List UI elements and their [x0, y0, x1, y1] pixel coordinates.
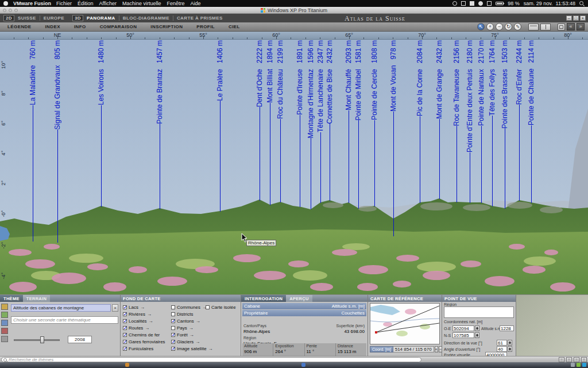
layer-style-arrow-icon[interactable] — [189, 332, 194, 338]
theme-map-icon[interactable] — [1, 304, 8, 310]
layer-checkbox[interactable] — [123, 347, 127, 351]
layer-style-arrow-icon[interactable] — [195, 339, 200, 344]
search-box[interactable] — [1, 357, 421, 362]
zoom-in-button[interactable] — [486, 23, 494, 30]
remove-theme-button[interactable] — [112, 304, 118, 312]
layer-checkbox[interactable] — [123, 305, 127, 309]
layer-checkbox[interactable] — [171, 340, 175, 344]
tab-bloc-diagramme[interactable]: BLOC-DIAGRAMME — [123, 16, 169, 21]
export-icon[interactable] — [566, 357, 572, 362]
spotlight-icon[interactable] — [579, 1, 585, 6]
fullscreen-button[interactable] — [558, 24, 565, 30]
tab-terrain[interactable]: TERRAIN — [23, 295, 50, 302]
system-tray[interactable] — [571, 363, 586, 367]
second-theme-placeholder[interactable]: Choisir une seconde carte thématique — [11, 316, 118, 324]
layer-checkbox[interactable] — [123, 319, 127, 323]
menu-item[interactable]: INSCRIPTION — [146, 24, 187, 29]
ns-input[interactable] — [452, 332, 474, 338]
theme-map-icon[interactable] — [1, 320, 8, 326]
reference-map[interactable] — [370, 303, 440, 344]
layer-checkbox[interactable] — [171, 347, 175, 351]
minimize-button[interactable] — [566, 16, 572, 21]
layer-checkbox[interactable] — [171, 326, 175, 330]
layer-style-arrow-icon[interactable] — [196, 319, 200, 324]
layer-checkbox[interactable] — [123, 333, 127, 337]
close-button[interactable] — [580, 16, 586, 21]
direction-stepper[interactable] — [508, 340, 512, 346]
menu-item[interactable]: INDEX — [41, 24, 64, 29]
print-icon[interactable] — [559, 357, 564, 362]
collapse-right-button[interactable] — [577, 23, 585, 30]
year-slider-handle[interactable] — [40, 336, 44, 343]
windows-taskbar[interactable] — [0, 362, 588, 368]
menubar-item[interactable]: Fenêtre — [167, 1, 184, 6]
layer-checkbox[interactable] — [171, 333, 175, 337]
menu-item[interactable]: LÉGENDE — [3, 24, 35, 29]
apple-menu-icon[interactable] — [3, 1, 8, 6]
theme-map-icon[interactable] — [1, 328, 8, 334]
ref-zoom-out-button[interactable] — [439, 346, 442, 352]
panorama-view[interactable]: La Maladière 760 mSignal de Grandvaux 80… — [0, 40, 588, 294]
tab-interrogation[interactable]: INTERROGATION — [241, 295, 286, 302]
layer-checkbox[interactable] — [123, 312, 127, 316]
menubar-item[interactable]: Fichier — [56, 1, 72, 6]
oe-input[interactable] — [452, 325, 474, 331]
minimize-window-button[interactable] — [9, 9, 12, 12]
layer-style-arrow-icon[interactable] — [145, 325, 149, 331]
layer-checkbox[interactable] — [171, 312, 175, 316]
help-icon[interactable] — [581, 357, 587, 362]
single-pane-layout-button[interactable] — [528, 24, 539, 30]
selected-theme[interactable]: Altitude des cabanes de montagne — [11, 304, 111, 312]
rotate-view-button[interactable] — [505, 23, 512, 30]
status-icon-bluetooth[interactable] — [487, 1, 492, 6]
angle-stepper[interactable] — [508, 346, 512, 352]
tab-europe[interactable]: EUROPE — [44, 16, 64, 21]
maximize-button[interactable] — [573, 16, 579, 21]
status-icon-volume[interactable] — [478, 1, 483, 6]
tab-apercu[interactable]: APERÇU — [286, 295, 312, 302]
ref-zoom-in-button[interactable] — [435, 346, 438, 352]
collapse-left-button[interactable] — [567, 23, 575, 30]
menubar-clock[interactable]: sam. 29 nov. 11:53:48 — [524, 1, 575, 6]
vm-window-titlebar[interactable]: Windows XP Pro Titanium — [0, 7, 588, 14]
window-control-dots[interactable] — [3, 9, 18, 12]
layer-style-arrow-icon[interactable] — [208, 346, 213, 351]
direction-input[interactable] — [497, 340, 507, 346]
theme-map-icon[interactable] — [1, 336, 8, 342]
annotate-button[interactable] — [514, 23, 521, 30]
layer-checkbox[interactable] — [123, 326, 127, 330]
angle-input[interactable] — [497, 346, 507, 352]
ns-stepper[interactable] — [475, 332, 479, 338]
menu-item[interactable]: COMPARAISON — [96, 24, 141, 29]
menubar-item[interactable]: Édition — [78, 1, 94, 6]
menu-item[interactable]: CIEL — [225, 24, 244, 29]
mode-2d-button[interactable]: 2D — [3, 15, 14, 21]
menubar-item[interactable]: Afficher — [99, 1, 117, 6]
zoom-window-button[interactable] — [14, 9, 18, 12]
split-pane-layout-button[interactable] — [540, 24, 551, 30]
layer-checkbox[interactable] — [123, 340, 127, 344]
theme-map-icon[interactable] — [1, 312, 8, 318]
altitude-input[interactable] — [500, 325, 514, 331]
status-icon-keyboard[interactable] — [470, 1, 474, 6]
mode-3d-button[interactable]: 3D — [72, 15, 83, 21]
taskbar-app-indicator[interactable] — [301, 363, 305, 367]
menu-item[interactable]: PROFIL — [192, 24, 219, 29]
layer-style-arrow-icon[interactable] — [189, 325, 194, 331]
tab-suisse[interactable]: SUISSE — [18, 16, 36, 21]
layer-style-arrow-icon[interactable] — [149, 319, 153, 324]
search-input[interactable] — [9, 358, 421, 362]
menubar-item[interactable]: Aide — [190, 1, 200, 6]
layer-style-arrow-icon[interactable] — [140, 305, 145, 310]
close-window-button[interactable] — [3, 9, 6, 12]
tab-theme[interactable]: THÈME — [0, 295, 23, 302]
tab-panorama[interactable]: PANORAMA — [87, 16, 115, 21]
layer-checkbox[interactable] — [171, 305, 175, 309]
isolated-map-checkbox[interactable] — [206, 305, 210, 309]
menubar-app-name[interactable]: VMware Fusion — [13, 1, 51, 6]
taskbar-app-indicator[interactable] — [125, 363, 129, 367]
oe-stepper[interactable] — [475, 325, 479, 331]
pan-tool-button[interactable] — [477, 23, 485, 30]
status-icon-timemachine[interactable] — [461, 1, 466, 6]
menubar-item[interactable]: Machine virtuelle — [122, 1, 161, 6]
